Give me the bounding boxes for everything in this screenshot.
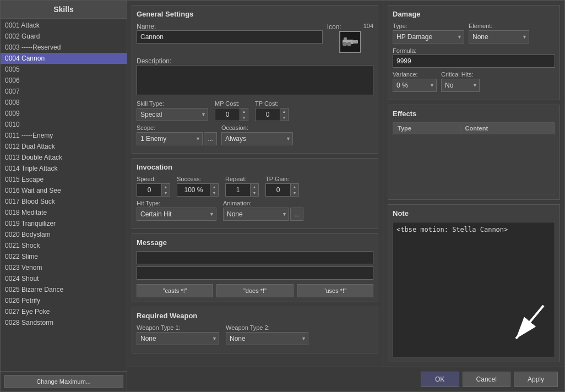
list-item[interactable]: 0018 Meditate: [1, 207, 127, 218]
does-button[interactable]: "does *!": [216, 284, 293, 297]
message-line2-input[interactable]: [137, 266, 373, 280]
list-item[interactable]: 0013 Double Attack: [1, 152, 127, 163]
mp-cost-arrows: ▲ ▼: [240, 108, 248, 121]
list-item[interactable]: 0017 Blood Suck: [1, 196, 127, 207]
uses-button[interactable]: "uses *!": [297, 284, 373, 297]
sidebar-title: Skills: [1, 1, 127, 19]
tp-cost-field: TP Cost: ▲ ▼: [255, 100, 289, 121]
tp-cost-input[interactable]: [256, 108, 280, 121]
speed-input[interactable]: [137, 184, 162, 196]
icon-box[interactable]: [339, 31, 361, 53]
tp-gain-input[interactable]: [266, 184, 291, 196]
speed-down[interactable]: ▼: [162, 190, 170, 196]
animation-select[interactable]: None: [223, 208, 289, 221]
list-item[interactable]: 0028 Sandstorm: [1, 317, 127, 328]
arrow-svg: [505, 300, 549, 350]
list-item[interactable]: 0004 Cannon: [1, 53, 127, 64]
list-item[interactable]: 0016 Wait and See: [1, 185, 127, 196]
tp-gain-down[interactable]: ▼: [291, 190, 298, 196]
repeat-label: Repeat:: [225, 176, 259, 182]
list-item[interactable]: 0010: [1, 119, 127, 130]
cancel-button[interactable]: Cancel: [463, 372, 510, 387]
mp-cost-field: MP Cost: ▲ ▼: [215, 100, 248, 121]
damage-type-select[interactable]: HP Damage None MP Damage HP Recover MP R…: [393, 30, 464, 43]
list-item[interactable]: 0026 Petrify: [1, 295, 127, 306]
note-textarea[interactable]: [396, 226, 551, 303]
hit-type-label: Hit Type:: [137, 200, 216, 206]
mp-cost-up[interactable]: ▲: [240, 108, 248, 115]
success-field: Success: ▲ ▼: [177, 176, 219, 197]
list-item[interactable]: 0022 Slime: [1, 251, 127, 262]
list-item[interactable]: 0007: [1, 86, 127, 97]
list-item[interactable]: 0019 Tranquilizer: [1, 218, 127, 229]
change-maximum-button[interactable]: Change Maximum...: [4, 375, 123, 388]
list-item[interactable]: 0023 Venom: [1, 262, 127, 273]
right-panel: Damage Type: HP Damage None MP Damage: [383, 1, 564, 367]
list-item[interactable]: 0021 Shock: [1, 240, 127, 251]
tp-cost-down[interactable]: ▼: [280, 115, 288, 121]
critical-hits-select[interactable]: No Yes: [441, 79, 480, 92]
dialog-footer: OK Cancel Apply: [127, 367, 564, 391]
success-input[interactable]: [177, 184, 210, 196]
list-item[interactable]: 0027 Eye Poke: [1, 306, 127, 317]
invocation-top-row: Speed: ▲ ▼ Success:: [137, 176, 373, 197]
list-item[interactable]: 0002 Guard: [1, 31, 127, 42]
tp-gain-label: TP Gain:: [265, 176, 299, 182]
repeat-input[interactable]: [226, 184, 251, 196]
list-item[interactable]: 0025 Bizarre Dance: [1, 284, 127, 295]
variance-select[interactable]: 0 % 5 % 10 % 20 %: [393, 79, 437, 92]
message-line1-input[interactable]: [137, 251, 373, 264]
list-item[interactable]: 0012 Dual Attack: [1, 141, 127, 152]
skill-type-label: Skill Type:: [137, 100, 208, 107]
list-item[interactable]: 0006: [1, 75, 127, 86]
success-down[interactable]: ▼: [210, 190, 218, 196]
repeat-down[interactable]: ▼: [251, 190, 258, 196]
required-weapon-section: Required Weapon Weapon Type 1: None: [132, 307, 378, 353]
animation-field: Animation: None ...: [223, 200, 303, 221]
scope-ellipsis-button[interactable]: ...: [204, 132, 217, 145]
formula-input[interactable]: [393, 55, 555, 68]
list-item[interactable]: 0014 Triple Attack: [1, 163, 127, 174]
list-item[interactable]: 0020 Bodyslam: [1, 229, 127, 240]
list-item[interactable]: 0024 Shout: [1, 273, 127, 284]
formula-row: Formula:: [393, 47, 555, 71]
scope-row: Scope: 1 Enemy None All Enemies 1 Ally: [137, 124, 373, 145]
mp-cost-input[interactable]: [215, 108, 240, 121]
animation-select-wrapper: None: [223, 208, 289, 221]
name-input[interactable]: [137, 30, 323, 43]
list-item[interactable]: 0011 -----Enemy: [1, 130, 127, 141]
speed-field: Speed: ▲ ▼: [137, 176, 170, 197]
occasion-select-wrapper: Always Battle Screen Menu Screen Never: [221, 132, 293, 145]
apply-button[interactable]: Apply: [514, 372, 558, 387]
list-item[interactable]: 0009: [1, 108, 127, 119]
weapon-type2-select[interactable]: None: [226, 332, 308, 345]
weapon-type1-select[interactable]: None: [137, 332, 219, 345]
repeat-up[interactable]: ▲: [251, 184, 258, 190]
tp-gain-up[interactable]: ▲: [291, 184, 298, 190]
element-select[interactable]: None: [469, 30, 529, 43]
list-item[interactable]: 0001 Attack: [1, 20, 127, 31]
ok-button[interactable]: OK: [421, 372, 459, 387]
speed-label: Speed:: [137, 176, 170, 182]
tp-cost-up[interactable]: ▲: [280, 108, 288, 115]
occasion-select[interactable]: Always Battle Screen Menu Screen Never: [221, 132, 293, 145]
dialog: Skills 0001 Attack0002 Guard0003 -----Re…: [0, 0, 565, 392]
message-section: Message "casts *!" "does *!" "uses *!": [132, 233, 378, 302]
list-item[interactable]: 0005: [1, 64, 127, 75]
skill-type-select[interactable]: Special Normal Magic: [137, 108, 208, 121]
animation-ellipsis-button[interactable]: ...: [290, 208, 303, 221]
list-item[interactable]: 0008: [1, 97, 127, 108]
hit-type-select[interactable]: Certain Hit Normal Attack Magical Attack: [137, 208, 216, 221]
general-settings-title: General Settings: [137, 10, 373, 18]
description-input[interactable]: [137, 65, 373, 95]
message-buttons: "casts *!" "does *!" "uses *!": [137, 284, 373, 297]
list-item[interactable]: 0015 Escape: [1, 174, 127, 185]
speed-up[interactable]: ▲: [162, 184, 170, 190]
mp-cost-down[interactable]: ▼: [240, 115, 248, 121]
casts-button[interactable]: "casts *!": [137, 284, 213, 297]
list-item[interactable]: 0003 -----Reserved: [1, 42, 127, 53]
success-up[interactable]: ▲: [210, 184, 218, 190]
damage-title: Damage: [393, 10, 555, 18]
scope-select[interactable]: 1 Enemy None All Enemies 1 Ally: [137, 132, 203, 145]
damage-type-field: Type: HP Damage None MP Damage HP Recove…: [393, 23, 464, 43]
